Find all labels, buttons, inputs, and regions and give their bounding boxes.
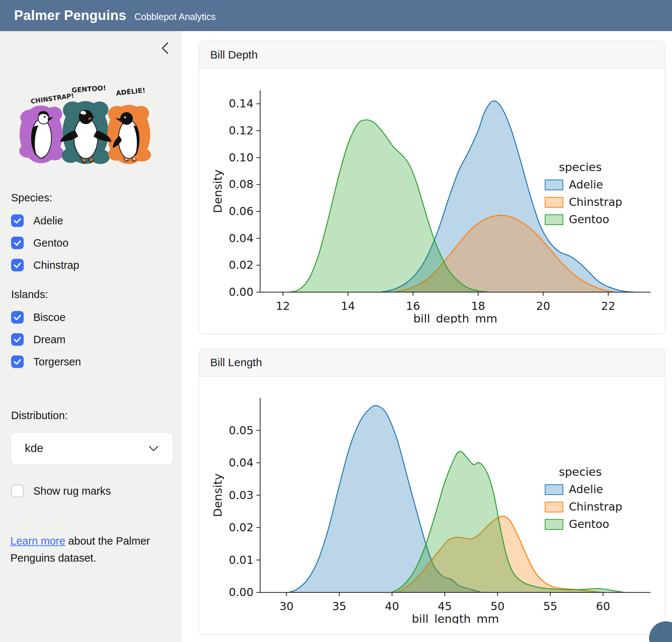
- svg-text:bill_depth_mm: bill_depth_mm: [413, 312, 497, 324]
- species-heading: Species:: [11, 192, 172, 204]
- svg-text:40: 40: [385, 600, 399, 613]
- island-checkbox-biscoe[interactable]: Biscoe: [11, 311, 172, 324]
- checkbox-label: Chinstrap: [33, 259, 79, 271]
- svg-text:0.10: 0.10: [229, 151, 253, 164]
- svg-text:0.02: 0.02: [229, 258, 253, 271]
- svg-text:50: 50: [490, 600, 504, 613]
- islands-heading: Islands:: [11, 288, 172, 301]
- svg-text:14: 14: [341, 300, 355, 312]
- svg-text:0.04: 0.04: [229, 232, 253, 245]
- checkbox-checked-icon: [11, 333, 24, 346]
- checkbox-unchecked-icon: [11, 485, 24, 497]
- svg-text:0.02: 0.02: [229, 521, 253, 534]
- svg-text:Density: Density: [211, 170, 224, 213]
- checkbox-label: Adelie: [33, 215, 63, 227]
- species-checkbox-gentoo[interactable]: Gentoo: [11, 237, 172, 249]
- distribution-select[interactable]: kde: [10, 432, 173, 465]
- artwork-label-adelie: ADÉLIE!: [115, 86, 146, 97]
- island-checkbox-torgersen[interactable]: Torgersen: [11, 355, 172, 368]
- svg-text:Gentoo: Gentoo: [569, 213, 609, 226]
- artwork-label-gentoo: GENTOO!: [71, 84, 106, 94]
- svg-text:Chinstrap: Chinstrap: [569, 500, 622, 513]
- svg-text:12: 12: [276, 300, 290, 312]
- app-title: Palmer Penguins: [14, 0, 126, 31]
- checkbox-label: Show rug marks: [33, 485, 111, 497]
- svg-text:0.00: 0.00: [229, 586, 253, 599]
- checkbox-checked-icon: [11, 237, 24, 249]
- bill-length-card: Bill Length 0.000.010.020.030.040.053035…: [199, 348, 665, 635]
- svg-text:bill_length_mm: bill_length_mm: [411, 612, 499, 624]
- learn-more-text: Learn more about the Palmer Penguins dat…: [10, 533, 172, 567]
- chevron-down-icon: [148, 445, 159, 452]
- svg-text:30: 30: [279, 600, 293, 613]
- svg-text:0.03: 0.03: [229, 489, 253, 502]
- app-subtitle: Cobblepot Analytics: [134, 11, 216, 22]
- svg-text:Density: Density: [211, 474, 224, 517]
- svg-text:0.12: 0.12: [229, 124, 253, 137]
- svg-text:45: 45: [437, 600, 451, 613]
- sidebar-collapse-button[interactable]: [158, 40, 172, 56]
- svg-text:20: 20: [536, 300, 550, 312]
- svg-text:0.08: 0.08: [229, 178, 253, 191]
- island-checkbox-dream[interactable]: Dream: [11, 333, 172, 346]
- svg-text:22: 22: [601, 300, 615, 312]
- svg-text:35: 35: [332, 600, 346, 613]
- svg-text:0.14: 0.14: [229, 97, 253, 110]
- svg-text:60: 60: [596, 600, 610, 613]
- svg-text:55: 55: [543, 600, 557, 613]
- bill-depth-card-body: 0.000.020.040.060.080.100.120.1412141618…: [199, 69, 665, 334]
- bill-depth-card: Bill Depth 0.000.020.040.060.080.100.120…: [199, 41, 665, 334]
- svg-text:species: species: [559, 465, 602, 478]
- checkbox-label: Dream: [33, 334, 65, 346]
- bill-length-density-plot: 0.000.010.020.030.040.0530354045505560bi…: [205, 387, 660, 624]
- checkbox-label: Torgersen: [33, 356, 81, 368]
- penguins-artwork-image: CHINSTRAP! GENTOO! ADÉLIE!: [10, 62, 165, 173]
- svg-text:18: 18: [471, 300, 485, 312]
- chevron-left-icon: [160, 41, 170, 56]
- checkbox-checked-icon: [11, 311, 24, 324]
- learn-more-link[interactable]: Learn more: [10, 535, 65, 547]
- svg-text:0.04: 0.04: [229, 456, 253, 469]
- svg-text:Adelie: Adelie: [569, 483, 603, 496]
- distribution-heading: Distribution:: [11, 409, 172, 422]
- checkbox-checked-icon: [11, 355, 24, 368]
- distribution-selected-value: kde: [25, 442, 43, 455]
- sidebar: CHINSTRAP! GENTOO! ADÉLIE! Species: Adel…: [0, 31, 182, 642]
- svg-text:Adelie: Adelie: [569, 178, 603, 191]
- main-content: Bill Depth 0.000.020.040.060.080.100.120…: [182, 31, 672, 635]
- svg-text:16: 16: [406, 300, 420, 312]
- svg-text:species: species: [559, 160, 602, 174]
- svg-text:0.01: 0.01: [229, 554, 253, 566]
- checkbox-label: Biscoe: [33, 311, 65, 324]
- species-checkbox-chinstrap[interactable]: Chinstrap: [11, 259, 172, 271]
- svg-text:Gentoo: Gentoo: [569, 518, 609, 531]
- svg-text:0.00: 0.00: [229, 285, 253, 298]
- checkbox-checked-icon: [11, 214, 24, 227]
- bill-depth-card-title: Bill Depth: [199, 41, 665, 69]
- rug-marks-checkbox[interactable]: Show rug marks: [11, 485, 172, 497]
- checkbox-label: Gentoo: [33, 237, 68, 249]
- bill-length-card-body: 0.000.010.020.030.040.0530354045505560bi…: [199, 377, 665, 634]
- species-checkbox-adelie[interactable]: Adelie: [11, 214, 172, 227]
- svg-text:Chinstrap: Chinstrap: [569, 195, 622, 208]
- bill-depth-density-plot: 0.000.020.040.060.080.100.120.1412141618…: [205, 79, 660, 324]
- svg-text:0.05: 0.05: [229, 424, 253, 437]
- checkbox-checked-icon: [11, 259, 24, 271]
- app-header: Palmer Penguins Cobblepot Analytics: [0, 0, 672, 31]
- svg-text:0.06: 0.06: [229, 205, 253, 218]
- bill-length-card-title: Bill Length: [199, 349, 665, 377]
